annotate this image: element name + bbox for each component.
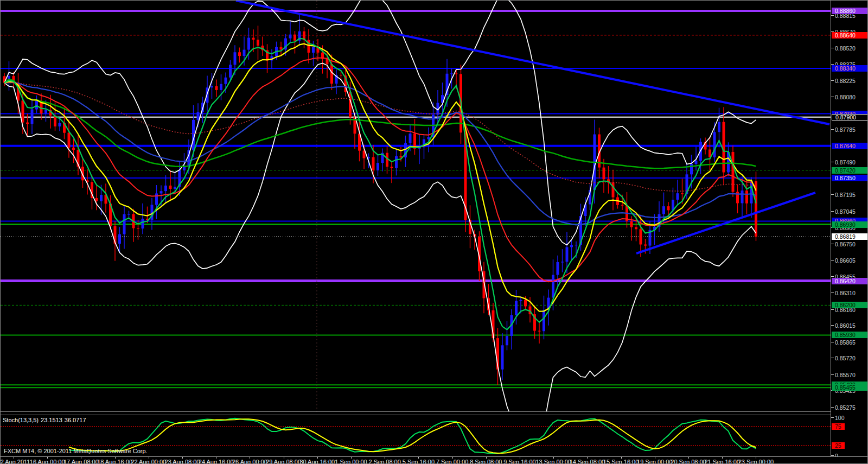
price-tick: 0.85720 — [831, 355, 868, 361]
candle-bear — [681, 193, 684, 194]
price-axis[interactable]: 0.888150.886700.885200.883750.882250.880… — [831, 1, 868, 456]
price-tick: 0.85275 — [831, 404, 868, 411]
stoch-d-value: 36.0717 — [65, 417, 86, 423]
candle-bull — [234, 52, 237, 65]
price-badge: 0.86200 — [832, 302, 868, 308]
ma-green — [4, 39, 756, 330]
candle-bear — [644, 245, 647, 246]
candle-bear — [603, 168, 605, 180]
candle-bull — [409, 134, 412, 143]
stoch-level-badge: 25 — [832, 442, 845, 449]
time-axis[interactable]: 12 Aug 201116 Aug 00:0017 Aug 08:0018 Au… — [1, 456, 868, 464]
candle-bull — [566, 247, 569, 262]
candle-bull — [142, 219, 144, 228]
price-tick: 0.88520 — [831, 45, 868, 52]
ma-red — [4, 58, 756, 282]
time-label: 23 Sep 00:00 — [738, 459, 774, 464]
candle-bear — [667, 206, 670, 210]
candle-bull — [713, 132, 716, 157]
price-badge: 0.86420 — [832, 278, 868, 284]
candle-bear — [22, 100, 24, 122]
candle-bear — [95, 198, 98, 201]
candle-bear — [26, 123, 29, 124]
candle-bull — [676, 193, 679, 200]
time-label: 29 Aug 08:00 — [266, 459, 301, 464]
candle-bull — [506, 336, 508, 345]
candle-bear — [745, 190, 748, 204]
price-tick: 0.88225 — [831, 78, 868, 84]
price-tick: 0.86310 — [831, 290, 868, 296]
candle-bull — [750, 181, 753, 204]
stoch-level-badge: 75 — [832, 423, 845, 430]
candle-bull — [118, 234, 121, 244]
price-badge: 0.87900 — [832, 114, 868, 120]
candle-bear — [137, 228, 139, 228]
candle-bull — [164, 186, 167, 191]
time-label: 9 Sep 16:00 — [503, 459, 535, 464]
price-tick: 0.87045 — [831, 208, 868, 215]
candle-bear — [391, 167, 393, 168]
candle-bear — [732, 152, 735, 192]
candle-bull — [174, 187, 176, 189]
candle-bear — [330, 64, 333, 84]
time-label: 18 Aug 16:00 — [97, 459, 132, 464]
time-label: 24 Aug 16:00 — [199, 459, 234, 464]
candle-bull — [59, 123, 61, 126]
time-label: 5 Sep 16:00 — [403, 459, 435, 464]
copyright-watermark: FXCM MT4, © 2001-2011 MetaQuotes Softwar… — [4, 448, 148, 454]
candle-bear — [455, 73, 458, 74]
pane-separator[interactable] — [1, 411, 868, 415]
candle-bull — [155, 193, 158, 205]
candle-bull — [247, 38, 250, 50]
price-tick: 0.86015 — [831, 322, 868, 329]
candle-bear — [538, 330, 541, 331]
price-tick: 0.86750 — [831, 241, 868, 247]
price-badge: 0.85455 — [832, 384, 868, 391]
time-label: 20 Sep 08:00 — [671, 459, 706, 464]
time-label: 17 Aug 08:00 — [63, 459, 99, 464]
stoch-name: Stoch(13,3,5) — [3, 417, 39, 423]
candle-bull — [395, 156, 398, 168]
time-label: 30 Aug 16:00 — [299, 459, 335, 464]
time-label: 15 Sep 16:00 — [603, 459, 639, 464]
price-badge: 0.85930 — [832, 332, 868, 338]
candle-bull — [575, 245, 578, 245]
time-label: 22 Aug 00:00 — [131, 459, 166, 464]
candle-bull — [520, 300, 522, 301]
candle-bear — [630, 221, 633, 227]
candle-bull — [44, 110, 47, 114]
price-badge: 0.87350 — [832, 175, 868, 181]
candle-bull — [127, 214, 130, 214]
candle-bull — [160, 191, 163, 193]
candle-bear — [68, 133, 71, 148]
candle-bear — [238, 52, 241, 56]
candle-bull — [515, 301, 518, 315]
trendline-1[interactable] — [236, 1, 829, 124]
time-label: 13 Sep 00:00 — [535, 459, 571, 464]
price-chart-pane[interactable] — [1, 1, 831, 411]
candle-bull — [229, 65, 232, 77]
candle-bull — [243, 50, 246, 56]
stoch-k-value: 23.1513 — [41, 417, 62, 423]
time-label: 8 Sep 08:00 — [470, 459, 502, 464]
candle-bear — [340, 75, 342, 75]
candle-bull — [427, 137, 430, 139]
price-badge: 0.88640 — [832, 32, 868, 39]
trendlines[interactable] — [236, 1, 829, 253]
time-label: 21 Sep 16:00 — [704, 459, 739, 464]
candle-bull — [561, 262, 564, 262]
price-badge: 0.86819 — [832, 233, 868, 240]
candle-bull — [450, 73, 453, 74]
candle-bull — [741, 190, 744, 203]
candle-bear — [635, 227, 637, 229]
moving-averages — [4, 39, 756, 330]
time-label: 19 Sep 00:00 — [637, 459, 672, 464]
stochastic-indicator-label: Stoch(13,3,5)23.151336.0717 — [3, 417, 88, 423]
candle-bull — [197, 112, 200, 120]
time-label: 2 Sep 08:00 — [369, 459, 401, 464]
time-label: 16 Aug 00:00 — [30, 459, 65, 464]
candle-bear — [169, 186, 172, 189]
price-badge: 0.87640 — [832, 143, 868, 149]
bollinger-bands — [4, 1, 756, 411]
price-tick: 0.87195 — [831, 192, 868, 198]
